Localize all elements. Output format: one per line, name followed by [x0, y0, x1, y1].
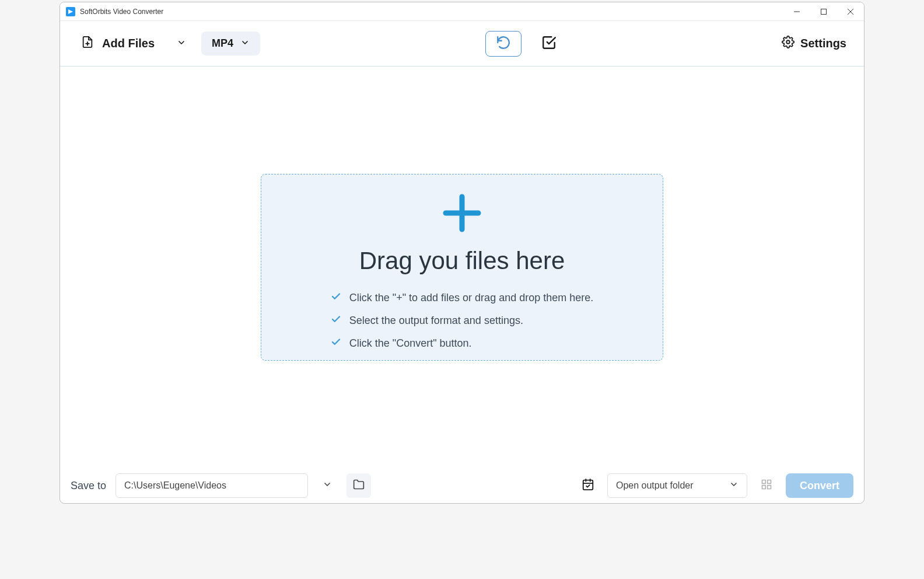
instruction-item: Click the "+" to add files or drag and d…	[331, 291, 594, 305]
toolbar: Add Files MP4	[60, 21, 864, 67]
app-window: SoftOrbits Video Converter Add Files	[60, 2, 864, 504]
instruction-item: Select the output format and settings.	[331, 314, 594, 327]
toolbar-center	[260, 31, 782, 57]
settings-label: Settings	[800, 37, 846, 50]
output-select-label: Open output folder	[616, 480, 694, 491]
minimize-button[interactable]	[783, 2, 810, 21]
chevron-down-icon	[177, 37, 186, 50]
close-button[interactable]	[837, 2, 864, 21]
app-icon	[66, 7, 75, 16]
svg-rect-9	[768, 480, 771, 484]
folder-icon	[353, 479, 365, 493]
refresh-button[interactable]	[485, 31, 522, 57]
format-label: MP4	[212, 37, 233, 50]
chevron-down-icon	[729, 480, 738, 491]
plus-icon	[441, 192, 483, 236]
drop-title: Drag you files here	[359, 247, 565, 275]
svg-rect-4	[583, 480, 593, 490]
save-to-label: Save to	[71, 480, 106, 492]
instruction-text: Click the "+" to add files or drag and d…	[349, 292, 594, 304]
maximize-button[interactable]	[810, 2, 837, 21]
file-plus-icon	[81, 36, 94, 51]
svg-rect-11	[762, 486, 765, 489]
gear-icon	[782, 36, 794, 51]
browse-folder-button[interactable]	[346, 473, 371, 498]
check-icon	[331, 314, 341, 327]
app-title: SoftOrbits Video Converter	[80, 8, 783, 16]
check-icon	[331, 291, 341, 305]
chevron-down-icon	[240, 38, 250, 50]
convert-button[interactable]: Convert	[786, 473, 853, 498]
grid-view-button[interactable]	[754, 473, 779, 498]
chevron-down-icon	[323, 480, 332, 491]
path-dropdown-button[interactable]	[315, 473, 340, 498]
instructions-list: Click the "+" to add files or drag and d…	[331, 291, 594, 350]
add-files-button[interactable]: Add Files	[78, 30, 190, 57]
svg-rect-10	[768, 486, 771, 489]
calendar-icon	[582, 478, 594, 493]
titlebar: SoftOrbits Video Converter	[60, 2, 864, 21]
save-path-input[interactable]	[116, 473, 308, 498]
bottom-bar: Save to Open output folder	[60, 468, 864, 503]
instruction-text: Select the output format and settings.	[349, 315, 523, 327]
schedule-button[interactable]	[576, 473, 600, 498]
svg-rect-8	[762, 480, 765, 484]
main-area: Drag you files here Click the "+" to add…	[60, 67, 864, 468]
svg-rect-0	[821, 9, 827, 14]
svg-point-3	[786, 40, 790, 44]
settings-button[interactable]: Settings	[782, 36, 846, 51]
format-selector[interactable]: MP4	[201, 32, 260, 55]
output-folder-select[interactable]: Open output folder	[607, 473, 747, 498]
instruction-text: Click the "Convert" button.	[349, 337, 472, 350]
add-files-label: Add Files	[102, 37, 155, 50]
check-icon	[331, 337, 341, 350]
select-all-button[interactable]	[541, 35, 556, 53]
refresh-icon	[496, 35, 511, 53]
instruction-item: Click the "Convert" button.	[331, 337, 594, 350]
grid-icon	[761, 479, 772, 493]
check-square-icon	[541, 35, 556, 53]
drop-zone[interactable]: Drag you files here Click the "+" to add…	[261, 174, 663, 361]
window-controls	[783, 2, 864, 21]
